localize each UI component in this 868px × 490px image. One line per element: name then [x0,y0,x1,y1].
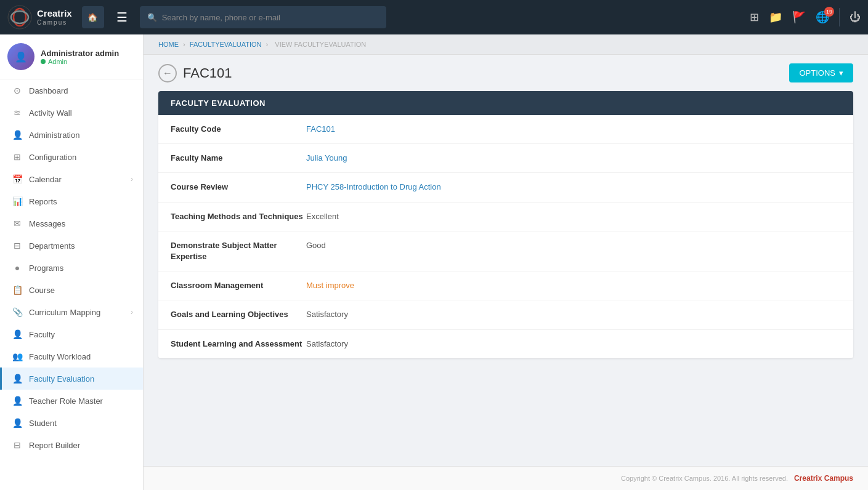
sidebar-item-report-builder[interactable]: ⊟ Report Builder [0,434,143,456]
label-course-review: Course Review [171,182,306,193]
sidebar: 👤 Administrator admin Admin ⊙ Dashboard … [0,34,144,490]
logo: Creatrix Campus [7,5,72,30]
configuration-icon: ⊞ [12,152,23,162]
faculty-evaluation-card: FACULTY EVALUATION Faculty Code FAC101 F… [158,91,853,358]
label-goals-learning: Goals and Learning Objectives [171,309,306,320]
sidebar-profile: 👤 Administrator admin Admin [0,34,143,79]
sidebar-nav: ⊙ Dashboard ≋ Activity Wall 👤 Administra… [0,79,143,490]
card-header: FACULTY EVALUATION [158,91,853,115]
value-goals-learning: Satisfactory [306,309,348,320]
value-course-review: PHCY 258-Introduction to Drug Action [306,182,441,193]
activity-wall-icon: ≋ [12,108,23,118]
faculty-workload-icon: 👥 [12,351,23,361]
field-row-goals-learning: Goals and Learning Objectives Satisfacto… [158,300,853,329]
course-icon: 📋 [12,285,23,295]
page-header: ← FAC101 OPTIONS ▾ [144,55,868,91]
sidebar-item-programs[interactable]: ● Programs [0,257,143,279]
sidebar-item-administration[interactable]: 👤 Administration [0,124,143,146]
field-row-faculty-name: Faculty Name Julia Young [158,144,853,173]
label-subject-matter: Demonstrate Subject Matter Expertise [171,240,306,262]
reports-icon: 📊 [12,196,23,206]
field-row-subject-matter: Demonstrate Subject Matter Expertise Goo… [158,231,853,271]
calendar-arrow: › [131,175,133,183]
breadcrumb-home[interactable]: HOME [158,41,179,48]
profile-name: Administrator admin [41,49,119,58]
body-wrap: 👤 Administrator admin Admin ⊙ Dashboard … [0,34,868,490]
grid-icon-button[interactable]: ⊞ [750,10,759,24]
sidebar-item-messages[interactable]: ✉ Messages [0,212,143,235]
student-icon: 👤 [12,418,23,428]
administration-icon: 👤 [12,130,23,140]
value-classroom-management: Must improve [306,280,354,291]
field-row-classroom-management: Classroom Management Must improve [158,271,853,300]
field-row-faculty-code: Faculty Code FAC101 [158,115,853,144]
menu-button[interactable]: ☰ [112,7,132,27]
search-input[interactable] [162,13,379,22]
sidebar-item-configuration[interactable]: ⊞ Configuration [0,146,143,168]
label-faculty-name: Faculty Name [171,153,306,164]
sidebar-item-faculty-evaluation[interactable]: 👤 Faculty Evaluation [0,367,143,390]
folder-icon-button[interactable]: 📁 [769,10,782,24]
copyright-text: Copyright © Creatrix Campus. 2016. All r… [621,475,788,482]
notification-badge: 19 [824,7,834,17]
flag-icon-button[interactable]: 🚩 [792,10,806,24]
label-teaching-methods: Teaching Methods and Techniques [171,211,306,222]
sidebar-item-activity-wall[interactable]: ≋ Activity Wall [0,102,143,124]
sidebar-item-calendar[interactable]: 📅 Calendar › [0,168,143,190]
teacher-role-master-icon: 👤 [12,396,23,406]
sidebar-item-student[interactable]: 👤 Student [0,412,143,434]
sidebar-item-dashboard[interactable]: ⊙ Dashboard [0,79,143,102]
value-student-learning: Satisfactory [306,339,348,350]
value-faculty-code: FAC101 [306,124,335,135]
card-body: Faculty Code FAC101 Faculty Name Julia Y… [158,115,853,358]
back-button[interactable]: ← [158,64,177,82]
dashboard-icon: ⊙ [12,86,23,95]
options-button[interactable]: OPTIONS ▾ [789,63,853,82]
calendar-icon: 📅 [12,174,23,184]
departments-icon: ⊟ [12,241,23,251]
sidebar-item-curriculum-mapping[interactable]: 📎 Curriculum Mapping › [0,301,143,323]
sidebar-item-faculty-workload[interactable]: 👥 Faculty Workload [0,345,143,367]
notification-button[interactable]: 🌐 19 [816,10,829,24]
sidebar-item-teacher-role-master[interactable]: 👤 Teacher Role Master [0,390,143,412]
main-content: HOME › FACULTYEVALUATION › VIEW FACULTYE… [144,34,868,490]
sidebar-item-course[interactable]: 📋 Course [0,279,143,301]
power-button[interactable]: ⏻ [850,11,861,24]
sidebar-item-departments[interactable]: ⊟ Departments [0,235,143,257]
footer-logo: Creatrix Campus [794,474,853,483]
topnav-actions: ⊞ 📁 🚩 🌐 19 ⏻ [750,8,861,26]
value-faculty-name: Julia Young [306,153,347,164]
options-dropdown-icon: ▾ [839,68,843,78]
online-indicator [41,59,46,64]
profile-role: Admin [41,58,119,65]
logo-name: Creatrix [37,9,72,19]
breadcrumb-view: VIEW FACULTYEVALUATION [275,41,366,48]
breadcrumb-faculty-evaluation[interactable]: FACULTYEVALUATION [190,41,262,48]
faculty-icon: 👤 [12,329,23,339]
breadcrumb: HOME › FACULTYEVALUATION › VIEW FACULTYE… [144,34,868,55]
search-bar: 🔍 [140,6,386,28]
sidebar-item-faculty[interactable]: 👤 Faculty [0,323,143,345]
value-teaching-methods: Excellent [306,211,339,222]
home-button[interactable]: 🏠 [82,6,104,28]
curriculum-arrow: › [131,308,133,316]
faculty-evaluation-icon: 👤 [12,374,23,384]
topnav: Creatrix Campus 🏠 ☰ 🔍 ⊞ 📁 🚩 🌐 19 ⏻ [0,0,868,34]
field-row-student-learning: Student Learning and Assessment Satisfac… [158,330,853,358]
avatar: 👤 [7,43,34,70]
logo-sub: Campus [37,19,72,26]
programs-icon: ● [12,263,23,273]
sidebar-item-reports[interactable]: 📊 Reports [0,190,143,212]
label-faculty-code: Faculty Code [171,124,306,135]
field-row-course-review: Course Review PHCY 258-Introduction to D… [158,173,853,202]
label-student-learning: Student Learning and Assessment [171,339,306,350]
field-row-teaching-methods: Teaching Methods and Techniques Excellen… [158,203,853,231]
topnav-divider [839,8,840,26]
report-builder-icon: ⊟ [12,440,23,450]
messages-icon: ✉ [12,219,23,228]
footer: Copyright © Creatrix Campus. 2016. All r… [144,466,868,490]
label-classroom-management: Classroom Management [171,280,306,291]
page-title: FAC101 [183,65,232,81]
content-area: FACULTY EVALUATION Faculty Code FAC101 F… [144,91,868,466]
curriculum-mapping-icon: 📎 [12,307,23,317]
